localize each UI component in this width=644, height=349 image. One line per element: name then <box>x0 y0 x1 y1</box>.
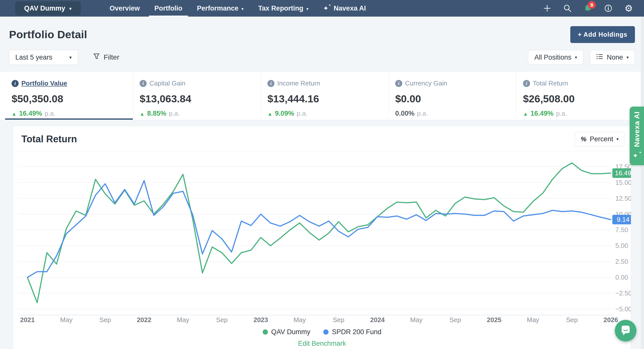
stat-change-suffix: p.a. <box>556 110 567 117</box>
arrow-up-icon: ▲ <box>12 111 17 117</box>
stat-change: ▲ 8.85% p.a. <box>140 110 258 117</box>
chevron-down-icon: ▾ <box>306 6 309 12</box>
y-axis-tick: −5.00 <box>615 305 631 313</box>
x-axis-tick: 2023 <box>254 316 268 324</box>
stat-value: $50,350.08 <box>12 93 130 105</box>
nav-items: Overview Portfolio Performance ▾ Tax Rep… <box>102 0 373 17</box>
svg-text:16.49: 16.49 <box>615 169 631 177</box>
nav-actions: 8 ⚙ <box>543 0 633 17</box>
page-title: Portfolio Detail <box>9 28 87 41</box>
info-icon[interactable]: i <box>140 80 147 87</box>
stat-label: i Portfolio Value <box>12 79 130 87</box>
x-axis-tick: Sep <box>449 316 461 324</box>
nav-item-portfolio[interactable]: Portfolio <box>147 0 190 17</box>
x-axis-tick: May <box>527 316 539 324</box>
x-axis-tick: Sep <box>99 316 111 324</box>
nav-item-label: Navexa AI <box>334 5 366 12</box>
stat-change: ▲ 16.49% p.a. <box>523 110 641 117</box>
chevron-down-icon: ▾ <box>242 6 244 12</box>
stat-label: i Currency Gain <box>395 79 514 87</box>
notifications-bell-icon[interactable]: 8 <box>584 4 592 13</box>
legend-dot <box>263 329 268 335</box>
nav-item-label: Performance <box>197 5 238 12</box>
nav-item-label: Tax Reporting <box>258 5 303 12</box>
stat-label-text: Income Return <box>277 79 320 87</box>
add-icon[interactable] <box>543 4 551 13</box>
chart-header: Total Return % Percent ▾ <box>13 126 631 152</box>
chevron-down-icon: ▾ <box>626 55 629 60</box>
chevron-down-icon: ▾ <box>69 55 72 60</box>
y-axis-tick: 12.50 <box>615 195 631 202</box>
nav-item-navexa-ai[interactable]: ✦ ✦ Navexa AI <box>316 0 373 17</box>
chat-bubble-icon <box>620 324 632 337</box>
info-icon[interactable]: i <box>523 80 530 87</box>
x-axis-tick: May <box>177 316 189 324</box>
filter-button[interactable]: Filter <box>93 53 119 62</box>
stats-panel: i Portfolio Value $50,350.08 ▲ 16.49% p.… <box>0 72 644 120</box>
legend-dot <box>323 329 329 335</box>
chat-launcher-button[interactable] <box>615 320 636 341</box>
stat-card-income-return[interactable]: i Income Return $13,444.16 ▲ 9.09% p.a. <box>261 72 388 120</box>
x-axis-tick: 2021 <box>20 316 35 324</box>
funnel-icon <box>93 53 100 62</box>
page-content: Portfolio Detail + Add Holdings Last 5 y… <box>0 25 644 349</box>
side-tab-label: Navexa AI <box>633 111 641 147</box>
page-header: Portfolio Detail + Add Holdings <box>9 25 635 44</box>
legend-label: SPDR 200 Fund <box>332 328 381 336</box>
sparkle-icon: ✦ ✦ <box>633 152 641 160</box>
stat-change: ▲ 16.49% p.a. <box>12 110 130 117</box>
stat-change-pct: 8.85% <box>147 110 167 117</box>
stat-card-capital-gain[interactable]: i Capital Gain $13,063.84 ▲ 8.85% p.a. <box>133 72 261 120</box>
stat-change-pct: 0.00% <box>395 110 415 117</box>
nav-item-tax-reporting[interactable]: Tax Reporting ▾ <box>251 0 316 17</box>
navexa-ai-side-tab[interactable]: Navexa AI ✦ ✦ <box>630 107 644 165</box>
stat-value: $13,444.16 <box>267 93 386 105</box>
legend-item[interactable]: SPDR 200 Fund <box>323 328 381 336</box>
stat-change-suffix: p.a. <box>297 110 307 117</box>
stat-change: ▲ 9.09% p.a. <box>267 110 386 117</box>
add-holdings-button[interactable]: + Add Holdings <box>570 26 635 43</box>
date-range-select[interactable]: Last 5 years ▾ <box>9 50 78 65</box>
sparkle-icon: ✦ ✦ <box>323 5 331 12</box>
positions-dropdown[interactable]: All Positions ▾ <box>528 50 583 65</box>
info-icon[interactable]: i <box>12 80 19 87</box>
nav-item-label: Portfolio <box>154 5 182 12</box>
search-icon[interactable] <box>563 4 572 13</box>
info-icon[interactable]: i <box>395 80 402 87</box>
nav-item-overview[interactable]: Overview <box>102 0 147 17</box>
unit-selector-dropdown[interactable]: % Percent ▾ <box>575 132 624 146</box>
chevron-down-icon: ▾ <box>575 55 577 60</box>
total-return-chart-svg[interactable]: 17.5015.0012.5010.007.505.002.500.00−2.5… <box>13 152 631 328</box>
total-return-card: Total Return % Percent ▾ 17.5015.0012.50… <box>13 126 631 349</box>
x-axis-tick: Sep <box>333 316 344 324</box>
stat-label: i Income Return <box>267 79 386 87</box>
portfolio-switcher[interactable]: QAV Dummy ▾ <box>15 1 81 15</box>
date-range-value: Last 5 years <box>15 54 52 61</box>
settings-gear-icon[interactable]: ⚙ <box>624 4 633 13</box>
active-card-indicator <box>5 118 133 120</box>
legend-label: QAV Dummy <box>271 328 310 336</box>
stat-card-currency-gain[interactable]: i Currency Gain $0.00 0.00% p.a. <box>388 72 516 120</box>
legend-item[interactable]: QAV Dummy <box>263 328 310 336</box>
x-axis-tick: 2022 <box>137 316 151 324</box>
x-axis-tick: May <box>294 316 306 324</box>
stat-change-pct: 9.09% <box>275 110 294 117</box>
nav-item-performance[interactable]: Performance ▾ <box>190 0 251 17</box>
info-icon[interactable]: i <box>267 80 274 87</box>
arrow-up-icon: ▲ <box>523 111 528 117</box>
stat-card-portfolio-value[interactable]: i Portfolio Value $50,350.08 ▲ 16.49% p.… <box>5 72 133 120</box>
stat-change-pct: 16.49% <box>531 110 554 117</box>
stat-card-total-return[interactable]: i Total Return $26,508.00 ▲ 16.49% p.a. <box>516 72 644 120</box>
unit-selector-value: Percent <box>590 135 613 143</box>
edit-benchmark-link[interactable]: Edit Benchmark <box>13 340 631 347</box>
series-line <box>27 163 611 303</box>
arrow-up-icon: ▲ <box>267 111 272 117</box>
nav-item-label: Overview <box>110 5 140 12</box>
scrollbar-track[interactable] <box>641 17 644 349</box>
group-by-dropdown[interactable]: None ▾ <box>590 50 635 65</box>
info-icon[interactable] <box>604 4 613 13</box>
stat-label-text: Portfolio Value <box>21 79 67 87</box>
x-axis-tick: 2024 <box>370 316 385 324</box>
y-axis-tick: 7.50 <box>615 226 628 234</box>
y-axis-tick: −2.50 <box>615 289 631 297</box>
